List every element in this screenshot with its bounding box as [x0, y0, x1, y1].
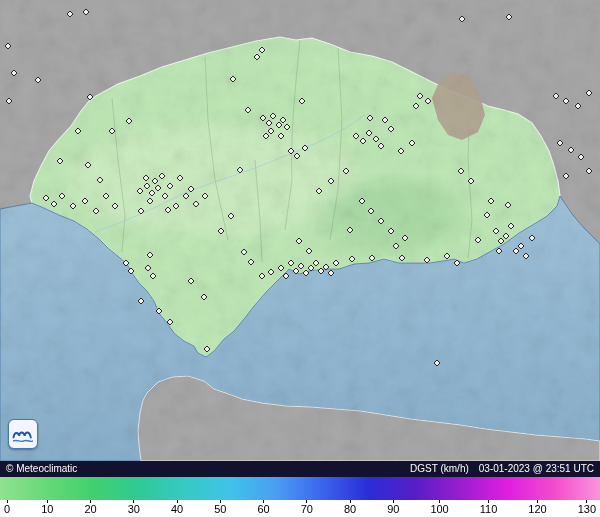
scale-tick: 70: [301, 500, 313, 517]
relief-texture: [0, 0, 600, 461]
scale-tick: 10: [41, 500, 53, 517]
timestamp: 03-01-2023 @ 23:51 UTC: [479, 461, 594, 477]
info-bar: © Meteoclimatic DGST (km/h) 03-01-2023 @…: [0, 461, 600, 477]
weather-map-svg: [0, 0, 600, 461]
scale-tick: 60: [257, 500, 269, 517]
scale-tick: 40: [171, 500, 183, 517]
scale-tick: 120: [528, 500, 546, 517]
meteoclimatic-logo[interactable]: [8, 419, 38, 449]
scale-tick: 80: [344, 500, 356, 517]
scale-gradient: [0, 477, 600, 500]
attribution-text[interactable]: © Meteoclimatic: [6, 461, 77, 477]
scale-tick-row: 0102030405060708090100110120130: [0, 500, 600, 517]
weather-map-screen: © Meteoclimatic DGST (km/h) 03-01-2023 @…: [0, 0, 600, 517]
scale-tick: 50: [214, 500, 226, 517]
scale-tick: 90: [387, 500, 399, 517]
scale-tick: 20: [84, 500, 96, 517]
scale-tick: 110: [480, 500, 498, 517]
scale-tick: 130: [578, 500, 596, 517]
wave-logo-icon: [10, 421, 36, 447]
scale-tick: 100: [430, 500, 448, 517]
scale-tick: 0: [4, 500, 10, 517]
map-area: [0, 0, 600, 461]
metric-label: DGST (km/h): [410, 461, 469, 477]
scale-tick: 30: [128, 500, 140, 517]
